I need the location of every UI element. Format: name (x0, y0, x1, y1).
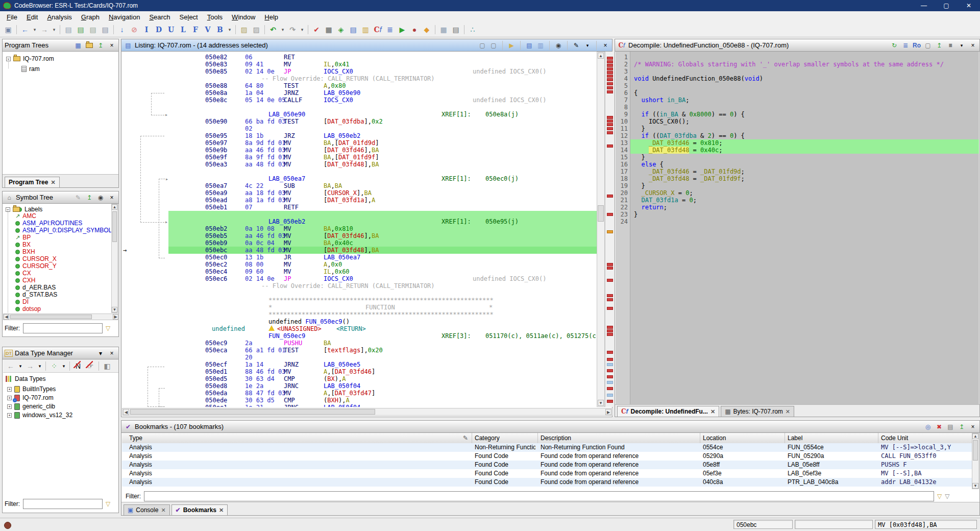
define-long-icon[interactable]: L (178, 23, 189, 36)
edit-icon[interactable]: ✎ (74, 193, 83, 202)
tree-item[interactable]: BX (15, 241, 112, 248)
listing-row[interactable]: 050e9f8a 9f fd 01MVBA,[DAT_01fd9f] (122, 154, 597, 161)
listing-row[interactable] (122, 104, 597, 111)
back-dropdown-icon[interactable]: ▾ (32, 23, 38, 36)
bookmark-marker[interactable] (607, 90, 613, 93)
patch-lock-icon[interactable]: ▤ (100, 23, 111, 36)
disable-pointer-filter-icon[interactable]: ☞ (85, 360, 96, 372)
define-float-icon[interactable]: F (190, 23, 201, 36)
table-row[interactable]: AnalysisFound CodeFound code from operan… (122, 452, 972, 461)
bookmark-marker[interactable] (607, 369, 613, 372)
analysis-marker[interactable] (607, 394, 613, 397)
listing-row[interactable]: 050ec208 00MVA,0x0 (122, 261, 597, 268)
footprints-icon[interactable]: ∴ (467, 23, 478, 36)
expand-icon[interactable]: + (7, 396, 12, 400)
tree-item-data-types[interactable]: Data Types (6, 375, 118, 383)
bookmark-marker[interactable] (607, 119, 613, 123)
define-void-icon[interactable]: V (202, 23, 213, 36)
close-icon[interactable]: × (601, 41, 610, 50)
listing-row[interactable]: 050eb5aa 46 fd 03MV[DAT_03fd46],BA (122, 232, 597, 239)
listing-row[interactable]: LAB_050eb2XREF[1]:050e95(j) (122, 218, 597, 225)
tables-icon[interactable]: ▦ (438, 23, 449, 36)
preview-window-icon[interactable]: ◧ (102, 360, 113, 372)
listing-row[interactable]: 050ea9aa 18 fd 03MV[CURSOR_X],BA (122, 189, 597, 197)
listing-row[interactable] (122, 168, 597, 175)
listing-row[interactable]: 050ee11e 21JRNCLAB_050f04 (122, 404, 597, 407)
bookmark-marker[interactable] (607, 57, 613, 60)
menu-window[interactable]: Window (227, 12, 260, 22)
view-tree-icon[interactable]: ▦ (74, 41, 83, 50)
decompile-line[interactable]: 15 } (616, 154, 979, 161)
bookmark-marker[interactable] (607, 326, 613, 329)
bookmark-marker[interactable] (607, 307, 613, 310)
tab-console[interactable]: ▣Console✕ (124, 504, 170, 515)
export-tree-icon[interactable]: ↥ (96, 41, 105, 50)
listing-row[interactable]: 050ed530 63 d4CMP(BX),A (122, 375, 597, 382)
memory-map-icon[interactable]: ▤ (450, 23, 461, 36)
menu-dropdown-icon[interactable]: ▾ (957, 41, 966, 50)
export-icon[interactable]: ↥ (935, 41, 944, 50)
define-double-icon[interactable]: D (153, 23, 164, 36)
bookmark-marker[interactable] (607, 263, 613, 266)
define-byte-icon[interactable]: B (214, 23, 226, 36)
tree-item[interactable]: d_STAT.BAS (15, 291, 112, 298)
menu-help[interactable]: Help (260, 12, 283, 22)
listing-row[interactable]: 050ebcaa 48 fd 03MV[DAT_03fd48],BA (122, 247, 597, 254)
bookmark-filter-icon[interactable]: ◎ (923, 422, 933, 431)
insert-icon[interactable]: ↥ (85, 193, 94, 202)
column-header-description[interactable]: Description (541, 435, 571, 442)
bookmark-marker[interactable] (607, 358, 613, 361)
menu-search[interactable]: Search (144, 12, 175, 22)
bookmark-marker[interactable] (607, 375, 613, 378)
menu-select[interactable]: Select (175, 12, 203, 22)
listing-row[interactable]: 050e9baa 46 fd 03MV[DAT_03fd46],BA (122, 147, 597, 154)
menu-navigation[interactable]: Navigation (104, 12, 144, 22)
listing-row[interactable]: 050ec602 14 0eJPIOCS_CX0undefined IOCS_C… (122, 275, 597, 282)
bookmark-marker[interactable] (607, 400, 613, 403)
delete-bookmark-icon[interactable]: ✖ (935, 422, 944, 431)
bookmark-marker[interactable] (607, 387, 613, 390)
forward-dropdown-icon[interactable]: ▾ (37, 360, 43, 372)
window-manager-icon[interactable]: ▤ (348, 23, 359, 36)
validate-icon[interactable]: ✔ (311, 23, 322, 36)
refresh-icon[interactable]: ↻ (890, 41, 899, 50)
listing-row[interactable]: 050ea74c 22SUBBA,BA (122, 182, 597, 189)
listing-row[interactable]: FUN_050ec9XREF[3]:051170(c), 0511ae(c), … (122, 332, 597, 340)
filter-settings-icon[interactable]: ▽ (945, 493, 949, 500)
minimize-button[interactable]: — (913, 0, 935, 11)
analysis-marker[interactable] (607, 381, 613, 384)
bookmark-marker[interactable] (607, 267, 613, 270)
menu-analysis[interactable]: Analysis (42, 12, 76, 22)
bookmark-marker[interactable] (607, 78, 613, 81)
decompile-line[interactable]: 12 if ((DAT_03fdba & 2) == 0) { (616, 132, 979, 139)
back-dropdown-icon[interactable]: ▾ (17, 360, 23, 372)
bookmark-marker[interactable] (607, 75, 613, 78)
bookmark-marker[interactable] (607, 213, 613, 216)
snapshot-icon[interactable]: ◉ (96, 193, 105, 202)
decompile-line[interactable]: 10 IOCS_CX0(); (616, 118, 979, 125)
filter-funnel-icon[interactable]: ▽ (106, 500, 110, 508)
listing-row[interactable]: 050e9066 ba fd 03TEST[DAT_03fdba],0x2 (122, 118, 597, 125)
diamond-icon[interactable]: ◆ (421, 23, 432, 36)
decompile-line[interactable]: 5 (616, 82, 979, 89)
close-icon[interactable]: × (968, 422, 977, 431)
tree-item[interactable]: d_AER.BAS (15, 284, 112, 291)
listing-row[interactable]: -- Flow Override: CALL_RETURN (CALL_TERM… (122, 75, 597, 82)
define-undefined-icon[interactable]: U (165, 23, 177, 36)
listing-row[interactable]: undefined<UNASSIGNED><RETURN> (122, 325, 597, 332)
byte-viewer-icon[interactable]: ▦ (323, 23, 334, 36)
open-folder-icon[interactable] (85, 41, 94, 50)
decompile-line[interactable]: 2/* WARNING: Globals starting with '_' o… (616, 61, 979, 68)
close-icon[interactable]: × (968, 41, 977, 50)
function-graph-icon[interactable]: ≣ (384, 23, 396, 36)
dropdown-icon[interactable]: ▾ (96, 349, 105, 358)
tree-item[interactable]: CURSOR_Y (15, 262, 112, 270)
close-icon[interactable]: ✕ (161, 507, 165, 514)
column-edit-icon[interactable]: ✎ (463, 435, 468, 442)
toggle-field-icon[interactable]: ▥ (536, 41, 545, 50)
listing-row[interactable]: 050e8864 80TESTA,0x80 (122, 82, 597, 89)
column-header-category[interactable]: Category (475, 435, 500, 442)
column-header-label[interactable]: Label (788, 435, 802, 442)
undo-dropdown-icon[interactable]: ▾ (280, 23, 286, 36)
symbol-filter-input[interactable] (23, 323, 103, 333)
